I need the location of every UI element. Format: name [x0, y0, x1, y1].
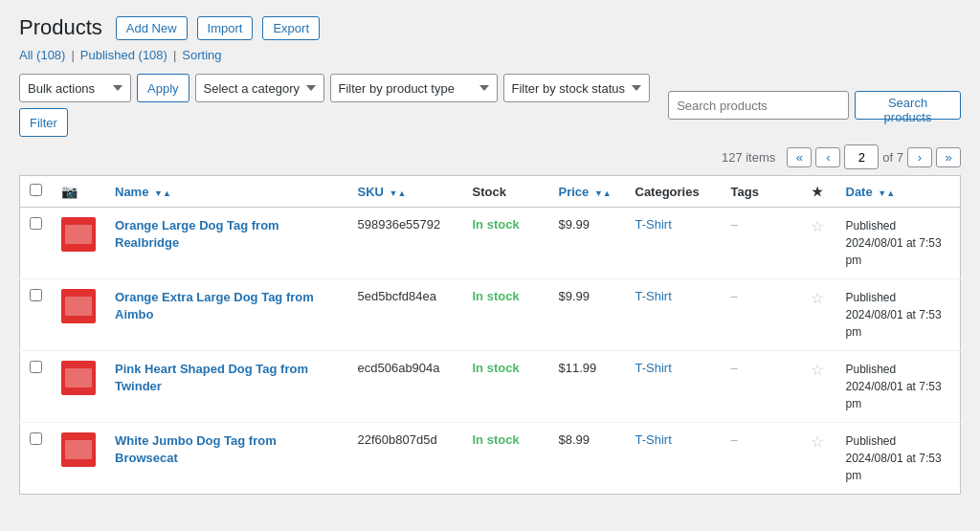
- product-category-link[interactable]: T-Shirt: [635, 289, 672, 303]
- subnav-sep1: |: [71, 48, 74, 62]
- bulk-actions-select[interactable]: Bulk actions Edit Move to Trash: [19, 74, 131, 102]
- subnav-all-link[interactable]: All (108): [19, 48, 65, 62]
- row-checkbox-2[interactable]: [30, 361, 42, 373]
- star-header-icon: ★: [812, 185, 823, 199]
- product-category-link[interactable]: T-Shirt: [635, 361, 672, 375]
- add-new-button[interactable]: Add New: [116, 16, 188, 40]
- product-date: Published2024/08/01 at 7:53 pm: [846, 363, 942, 410]
- row-category-cell: T-Shirt: [626, 279, 722, 351]
- subnav-published-link[interactable]: Published (108): [80, 48, 167, 62]
- current-page-input[interactable]: [844, 144, 879, 169]
- product-name-link[interactable]: Orange Extra Large Dog Tag from Aimbo: [115, 290, 314, 321]
- product-thumbnail: [61, 289, 96, 323]
- thumbnail-inner: [65, 297, 92, 316]
- row-price-cell: $11.99: [549, 351, 626, 423]
- product-stock: In stock: [473, 217, 520, 232]
- row-thumb-cell: [52, 208, 105, 279]
- row-checkbox-0[interactable]: [30, 217, 42, 230]
- row-featured-cell[interactable]: ☆: [798, 279, 836, 351]
- featured-star-icon[interactable]: ☆: [808, 217, 827, 235]
- row-featured-cell[interactable]: ☆: [798, 351, 836, 423]
- row-checkbox-cell[interactable]: [20, 208, 53, 279]
- row-checkbox-1[interactable]: [30, 289, 42, 301]
- row-price-cell: $9.99: [549, 279, 626, 351]
- search-input[interactable]: [668, 91, 849, 120]
- product-category-link[interactable]: T-Shirt: [635, 432, 672, 447]
- row-tags-cell: –: [722, 208, 798, 279]
- product-type-select[interactable]: Filter by product type Simple product Va…: [330, 74, 498, 102]
- row-checkbox-cell[interactable]: [20, 279, 53, 351]
- row-category-cell: T-Shirt: [626, 351, 722, 423]
- row-stock-cell: In stock: [463, 351, 549, 423]
- date-column-header[interactable]: Date ▼▲: [836, 176, 961, 208]
- row-checkbox-cell[interactable]: [20, 423, 53, 495]
- row-checkbox-3[interactable]: [30, 432, 42, 445]
- product-stock: In stock: [473, 432, 520, 447]
- import-button[interactable]: Import: [197, 16, 254, 40]
- product-price: $11.99: [559, 361, 597, 375]
- row-featured-cell[interactable]: ☆: [798, 423, 836, 495]
- table-row: Pink Heart Shaped Dog Tag from Twinder e…: [20, 351, 961, 423]
- thumbnail-inner: [65, 368, 92, 387]
- products-table: 📷 Name ▼▲ SKU ▼▲ Stock Price ▼▲: [19, 175, 961, 495]
- product-sku: 598936e55792: [358, 217, 441, 232]
- featured-star-icon[interactable]: ☆: [808, 432, 827, 451]
- product-thumbnail: [61, 217, 96, 252]
- price-column-header[interactable]: Price ▼▲: [549, 176, 626, 208]
- product-thumbnail: [61, 432, 96, 467]
- tablenav-search: Search products: [668, 91, 961, 120]
- row-thumb-cell: [52, 279, 105, 351]
- category-select[interactable]: Select a category: [195, 74, 324, 102]
- thumb-header: 📷: [52, 176, 105, 208]
- product-name-link[interactable]: White Jumbo Dog Tag from Browsecat: [115, 433, 277, 465]
- select-all-header[interactable]: [20, 176, 53, 208]
- featured-star-icon[interactable]: ☆: [808, 361, 827, 379]
- name-sort-icon: ▼▲: [154, 188, 171, 198]
- subnav-sep2: |: [173, 48, 176, 62]
- row-stock-cell: In stock: [463, 208, 549, 279]
- product-thumbnail: [61, 361, 96, 395]
- product-price: $9.99: [559, 217, 590, 232]
- product-name-link[interactable]: Orange Large Dog Tag from Realbridge: [115, 218, 279, 250]
- search-button[interactable]: Search products: [855, 91, 961, 120]
- export-button[interactable]: Export: [262, 16, 320, 40]
- product-price: $8.99: [559, 432, 590, 447]
- items-count: 127 items: [722, 150, 775, 165]
- prev-page-button[interactable]: ‹: [815, 147, 840, 167]
- next-page-button[interactable]: ›: [907, 147, 932, 167]
- product-tags: –: [731, 217, 738, 232]
- tags-column-header: Tags: [722, 176, 798, 208]
- product-date: Published2024/08/01 at 7:53 pm: [846, 219, 942, 267]
- product-date: Published2024/08/01 at 7:53 pm: [846, 434, 942, 482]
- row-checkbox-cell[interactable]: [20, 351, 53, 423]
- sku-sort-icon: ▼▲: [390, 188, 407, 198]
- subnav-sorting-link[interactable]: Sorting: [182, 48, 221, 62]
- featured-column-header: ★: [798, 176, 836, 208]
- row-date-cell: Published2024/08/01 at 7:53 pm: [836, 279, 961, 351]
- sku-column-header[interactable]: SKU ▼▲: [348, 176, 463, 208]
- product-tags: –: [731, 361, 738, 375]
- row-category-cell: T-Shirt: [626, 208, 722, 279]
- product-category-link[interactable]: T-Shirt: [635, 217, 672, 232]
- last-page-button[interactable]: »: [936, 147, 961, 167]
- featured-star-icon[interactable]: ☆: [808, 289, 827, 307]
- product-name-link[interactable]: Pink Heart Shaped Dog Tag from Twinder: [115, 362, 308, 393]
- select-all-checkbox[interactable]: [30, 184, 42, 196]
- row-featured-cell[interactable]: ☆: [798, 208, 836, 279]
- tablenav-filters: Bulk actions Edit Move to Trash Apply Se…: [19, 74, 668, 137]
- name-column-header[interactable]: Name ▼▲: [105, 176, 348, 208]
- row-name-cell: Orange Large Dog Tag from Realbridge: [105, 208, 348, 279]
- first-page-button[interactable]: «: [787, 147, 812, 167]
- stock-status-select[interactable]: Filter by stock status In stock Out of s…: [503, 74, 650, 102]
- row-thumb-cell: [52, 351, 105, 423]
- image-header-icon: 📷: [61, 184, 78, 199]
- row-sku-cell: ecd506ab904a: [348, 351, 463, 423]
- row-name-cell: Orange Extra Large Dog Tag from Aimbo: [105, 279, 348, 351]
- subnav: All (108) | Published (108) | Sorting: [19, 48, 961, 62]
- product-sku: 22f60b807d5d: [358, 432, 437, 447]
- apply-button[interactable]: Apply: [137, 74, 189, 102]
- tablenav-top: Bulk actions Edit Move to Trash Apply Se…: [19, 74, 961, 137]
- filter-button[interactable]: Filter: [19, 108, 68, 137]
- row-name-cell: White Jumbo Dog Tag from Browsecat: [105, 423, 348, 495]
- row-date-cell: Published2024/08/01 at 7:53 pm: [836, 423, 961, 495]
